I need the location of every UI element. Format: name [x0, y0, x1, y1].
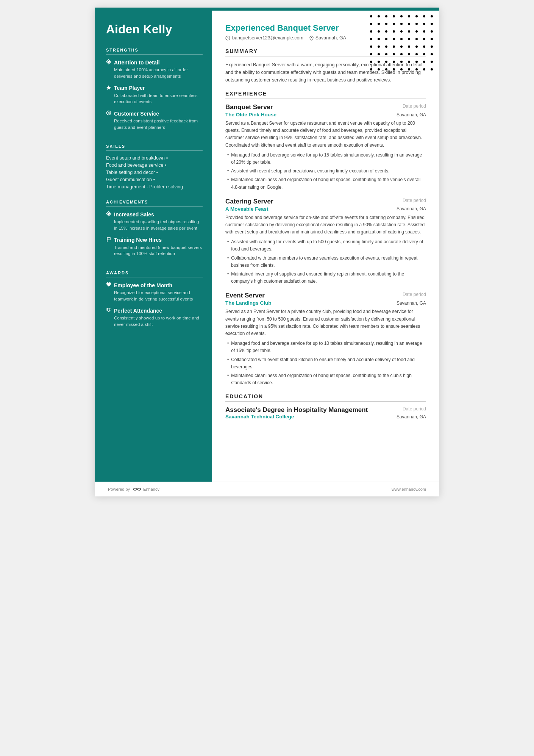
svg-point-62 — [408, 53, 410, 55]
edu-school-0: Savannah Technical College — [225, 414, 294, 419]
skill-label-2: Table setting and decor — [106, 170, 155, 175]
exp-role-1: Catering Server — [225, 198, 273, 205]
footer: Powered by Enhancv www.enhancv.com — [95, 482, 439, 496]
award-title-1: Perfect Attendance — [106, 307, 203, 314]
footer-website: www.enhancv.com — [392, 487, 426, 491]
exp-bullet-2-1: Collaborated with event staff and kitche… — [227, 356, 426, 371]
exp-bullet-0-2: Maintained cleanliness and organization … — [227, 176, 426, 191]
svg-point-68 — [385, 61, 387, 63]
achievement-name-0: Increased Sales — [114, 211, 154, 218]
exp-bullet-1-0: Assisted with catering for events with u… — [227, 238, 426, 253]
achievement-item-0: Increased Sales Implemented up-selling t… — [106, 211, 203, 231]
exp-bullet-0-0: Managed food and beverage service for up… — [227, 152, 426, 166]
svg-point-50 — [385, 45, 387, 48]
svg-point-67 — [378, 61, 380, 63]
svg-point-82 — [423, 68, 425, 70]
svg-point-83 — [431, 68, 433, 70]
skill-label-1: Food and beverage service — [106, 163, 163, 168]
achievement-title-0: Increased Sales — [106, 211, 203, 218]
svg-point-45 — [415, 38, 418, 40]
svg-point-40 — [378, 38, 380, 40]
svg-point-70 — [400, 61, 403, 63]
exp-desc-0: Served as a Banquet Server for upscale r… — [225, 120, 426, 149]
resume-body: Aiden Kelly STRENGTHS Attention to Detai… — [95, 11, 439, 482]
svg-point-42 — [393, 38, 395, 40]
strength-item-1: Team Player Collaborated with team to en… — [106, 85, 203, 105]
svg-point-81 — [415, 68, 418, 70]
svg-point-28 — [423, 23, 425, 25]
svg-point-61 — [400, 53, 403, 55]
achievement-item-1: Training New Hires Trained and mentored … — [106, 237, 203, 257]
achievements-section: ACHIEVEMENTS Increased Sales Implemented… — [106, 200, 203, 262]
svg-point-27 — [415, 23, 418, 25]
skill-item-0: Event setup and breakdown — [106, 155, 203, 161]
svg-point-37 — [423, 30, 425, 33]
exp-bullets-1: Assisted with catering for events with u… — [225, 238, 426, 285]
svg-point-79 — [400, 68, 403, 70]
svg-point-58 — [378, 53, 380, 55]
skills-title: SKILLS — [106, 144, 203, 151]
skill-item-1: Food and beverage service — [106, 163, 203, 168]
exp-company-row-2: The Landings Club Savannah, GA — [225, 300, 426, 306]
svg-point-20 — [431, 15, 433, 17]
skill-label-0: Event setup and breakdown — [106, 155, 165, 161]
svg-point-47 — [431, 38, 433, 40]
svg-point-78 — [393, 68, 395, 70]
svg-point-21 — [370, 23, 372, 25]
strength-desc-0: Maintained 100% accuracy in all order de… — [106, 67, 203, 79]
brand-name: Enhancv — [143, 487, 159, 491]
svg-point-63 — [415, 53, 418, 55]
location-icon — [309, 36, 314, 41]
email-contact: banquetserver123@example.com — [225, 35, 303, 41]
svg-point-26 — [408, 23, 410, 25]
exp-date-2: Date period — [403, 292, 426, 297]
svg-rect-8 — [107, 238, 110, 240]
exp-date-0: Date period — [403, 103, 426, 109]
strength-title-1: Team Player — [106, 85, 203, 91]
edu-degree-0: Associate's Degree in Hospitality Manage… — [225, 406, 368, 414]
svg-point-74 — [431, 61, 433, 63]
skills-section: SKILLS Event setup and breakdown Food an… — [106, 144, 203, 191]
experience-item-1: Catering Server Date period A Moveable F… — [225, 198, 426, 285]
candidate-name: Aiden Kelly — [106, 22, 203, 36]
svg-point-24 — [393, 23, 395, 25]
exp-bullets-0: Managed food and beverage service for up… — [225, 152, 426, 191]
exp-date-1: Date period — [403, 198, 426, 203]
award-name-1: Perfect Attendance — [114, 308, 162, 314]
award-item-1: Perfect Attendance Consistently showed u… — [106, 307, 203, 327]
svg-point-38 — [431, 30, 433, 33]
exp-location-2: Savannah, GA — [397, 301, 426, 306]
exp-desc-1: Provided food and beverage service for o… — [225, 214, 426, 236]
svg-point-75 — [370, 68, 372, 70]
trophy-icon — [106, 307, 111, 314]
svg-point-25 — [400, 23, 403, 25]
powered-by-label: Powered by — [108, 487, 130, 491]
svg-point-44 — [408, 38, 410, 40]
svg-point-54 — [415, 45, 418, 48]
svg-point-19 — [423, 15, 425, 17]
edu-date-0: Date period — [403, 406, 426, 412]
svg-point-29 — [431, 23, 433, 25]
exp-role-2: Event Server — [225, 292, 265, 299]
wrench-icon — [106, 110, 111, 117]
location-contact: Savannah, GA — [309, 35, 346, 41]
skill-dot-1 — [165, 164, 166, 166]
svg-marker-2 — [106, 85, 111, 90]
svg-point-46 — [423, 38, 425, 40]
experience-item-2: Event Server Date period The Landings Cl… — [225, 292, 426, 387]
skill-item-2: Table setting and decor — [106, 170, 203, 175]
achievement-name-1: Training New Hires — [114, 237, 162, 243]
diamond2-icon — [106, 211, 111, 218]
award-title-0: Employee of the Month — [106, 282, 203, 288]
svg-point-80 — [408, 68, 410, 70]
edu-location-0: Savannah, GA — [397, 414, 426, 419]
svg-point-55 — [423, 45, 425, 48]
strengths-section: STRENGTHS Attention to Detail Maintained… — [106, 48, 203, 136]
exp-role-0: Banquet Server — [225, 103, 273, 111]
edu-school-row-0: Savannah Technical College Savannah, GA — [225, 414, 426, 419]
svg-point-69 — [393, 61, 395, 63]
award-desc-0: Recognized for exceptional service and t… — [106, 290, 203, 302]
experience-section-title: EXPERIENCE — [225, 91, 426, 99]
svg-point-41 — [385, 38, 387, 40]
svg-point-64 — [423, 53, 425, 55]
